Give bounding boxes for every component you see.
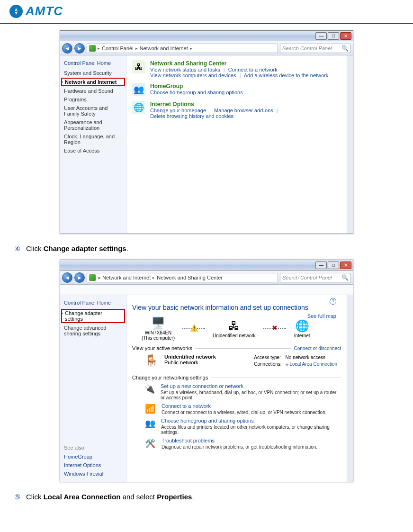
map-label: Internet	[294, 333, 310, 338]
setting-title[interactable]: Troubleshoot problems	[162, 438, 317, 443]
map-network: 🖧 Unidentified network	[213, 319, 256, 338]
setting-desc: Access files and printers located on oth…	[161, 424, 341, 435]
step-number: ⑤	[14, 493, 20, 501]
navigation-bar: ◄ ► « Network and Internet ▸ Network and…	[60, 271, 353, 285]
category-link[interactable]: Add a wireless device to the network	[244, 72, 329, 78]
network-name: Unidentified network	[164, 354, 216, 360]
page-header: AMTC	[0, 0, 413, 20]
content: Control Panel Home Change adapter settin…	[60, 295, 353, 482]
sidebar-item[interactable]: Hardware and Sound	[60, 87, 126, 95]
divider	[211, 378, 341, 378]
link-sep: |	[222, 67, 227, 72]
connect-disconnect-link[interactable]: Connect or disconnect	[294, 346, 341, 351]
setting-title[interactable]: Choose homegroup and sharing options	[161, 418, 341, 424]
minimize-button[interactable]: —	[315, 32, 327, 40]
text-bold: Change adapter settings	[44, 244, 126, 252]
sidebar: Control Panel Home System and Security N…	[60, 55, 126, 234]
sidebar-home[interactable]: Control Panel Home	[60, 58, 126, 69]
local-area-connection-link[interactable]: Local Area Connection	[289, 361, 337, 367]
sidebar-home[interactable]: Control Panel Home	[60, 298, 126, 308]
category-link[interactable]: Delete browsing history and cookies	[150, 113, 233, 119]
main-panel: ? View your basic network information an…	[126, 295, 347, 482]
search-placeholder: Search Control Panel	[282, 275, 340, 280]
category-network-sharing: 🖧 Network and Sharing Center View networ…	[132, 60, 341, 78]
scrollbar[interactable]	[347, 55, 353, 234]
scrollbar[interactable]	[347, 295, 353, 482]
breadcrumb-sep-icon: ▸	[135, 46, 138, 51]
change-settings-row: Change your networking settings	[132, 375, 341, 380]
maximize-button[interactable]: □	[328, 32, 339, 40]
text: .	[192, 493, 194, 501]
breadcrumb-sep-icon: ▸	[98, 46, 100, 51]
category-link[interactable]: Manage browser add-ons	[214, 108, 273, 113]
search-placeholder: Search Control Panel	[282, 45, 340, 51]
back-button[interactable]: ◄	[62, 43, 72, 54]
text: Click	[26, 244, 44, 252]
sidebar-item[interactable]: Clock, Language, and Region	[60, 132, 126, 146]
map-label: WIN7X64EN	[145, 330, 172, 335]
control-panel-icon	[89, 45, 96, 52]
sidebar-item[interactable]: User Accounts and Family Safety	[60, 104, 126, 118]
maximize-button[interactable]: □	[328, 261, 339, 269]
back-button[interactable]: ◄	[62, 272, 72, 283]
map-this-computer: 🖥️ WIN7X64EN (This computer)	[142, 316, 175, 341]
network-sharing-icon: 🖧	[132, 60, 145, 73]
instruction-step-5: ⑤ Click Local Area Connection and select…	[0, 491, 413, 508]
breadcrumb-sep-icon: ▸	[153, 275, 155, 280]
category-link[interactable]: Choose homegroup and sharing options	[150, 90, 243, 95]
breadcrumb-item[interactable]: Network and Internet	[140, 45, 188, 51]
active-networks-row: View your active networks Connect or dis…	[132, 345, 341, 351]
access-label: Access type:	[254, 355, 284, 361]
divider	[195, 348, 291, 349]
seealso-item[interactable]: Windows Firewall	[60, 469, 126, 478]
titlebar: — □ ✕	[60, 260, 353, 271]
logo-icon	[9, 5, 23, 18]
sidebar-item[interactable]: Appearance and Personalization	[60, 118, 126, 132]
category-link[interactable]: View network computers and devices	[150, 72, 236, 78]
homegroup-icon: 👥	[144, 418, 155, 429]
setting-connect-network: 📶 Connect to a network Connect or reconn…	[144, 403, 341, 415]
sidebar-item-selected[interactable]: Network and Internet	[61, 78, 125, 86]
logo-text: AMTC	[26, 4, 63, 18]
category-link[interactable]: Change your homepage	[150, 108, 206, 113]
forward-button[interactable]: ►	[74, 272, 85, 283]
map-connector: ⚠️	[182, 328, 205, 329]
map-sublabel: (This computer)	[142, 335, 175, 341]
breadcrumb-item[interactable]: Network and Internet	[102, 275, 151, 280]
sidebar-item[interactable]: System and Security	[60, 69, 126, 77]
logo: AMTC	[9, 4, 63, 18]
sidebar-change-adapter[interactable]: Change adapter settings	[61, 309, 125, 323]
forward-button[interactable]: ►	[74, 43, 85, 54]
category-title[interactable]: Network and Sharing Center	[150, 60, 328, 67]
category-link[interactable]: View network status and tasks	[150, 67, 220, 72]
category-link[interactable]: Connect to a network	[228, 67, 278, 72]
close-button[interactable]: ✕	[340, 261, 351, 269]
setting-title[interactable]: Connect to a network	[162, 403, 327, 409]
breadcrumb-item[interactable]: Control Panel	[102, 45, 134, 51]
search-input[interactable]: Search Control Panel 🔍	[280, 273, 351, 282]
see-full-map-link[interactable]: See full map	[307, 313, 336, 319]
text: and select	[120, 493, 157, 501]
breadcrumb[interactable]: ▸ Control Panel ▸ Network and Internet ▸	[87, 44, 278, 53]
main-panel: 🖧 Network and Sharing Center View networ…	[126, 55, 347, 234]
close-button[interactable]: ✕	[340, 32, 351, 40]
category-title[interactable]: HomeGroup	[150, 83, 243, 90]
toolbar	[60, 285, 353, 295]
seealso-item[interactable]: HomeGroup	[60, 452, 126, 461]
category-title[interactable]: Internet Options	[150, 101, 280, 108]
setting-setup-connection: 🔌 Set up a new connection or network Set…	[144, 383, 341, 400]
breadcrumb[interactable]: « Network and Internet ▸ Network and Sha…	[87, 273, 278, 282]
map-connector: ✖	[263, 328, 286, 329]
search-input[interactable]: Search Control Panel 🔍	[280, 44, 351, 53]
sidebar-item[interactable]: Ease of Access	[60, 146, 126, 155]
setting-title[interactable]: Set up a new connection or network	[161, 383, 341, 389]
breadcrumb-item[interactable]: Network and Sharing Center	[157, 275, 223, 280]
setting-homegroup: 👥 Choose homegroup and sharing options A…	[144, 418, 341, 435]
sidebar-item[interactable]: Programs	[60, 95, 126, 104]
help-icon[interactable]: ?	[330, 298, 336, 305]
sidebar-advanced-sharing[interactable]: Change advanced sharing settings	[60, 324, 126, 338]
instruction-step-4: ④ Click Change adapter settings.	[0, 243, 413, 260]
minimize-button[interactable]: —	[315, 261, 327, 269]
seealso-item[interactable]: Internet Options	[60, 461, 126, 469]
network-icon: 🖧	[225, 319, 242, 333]
